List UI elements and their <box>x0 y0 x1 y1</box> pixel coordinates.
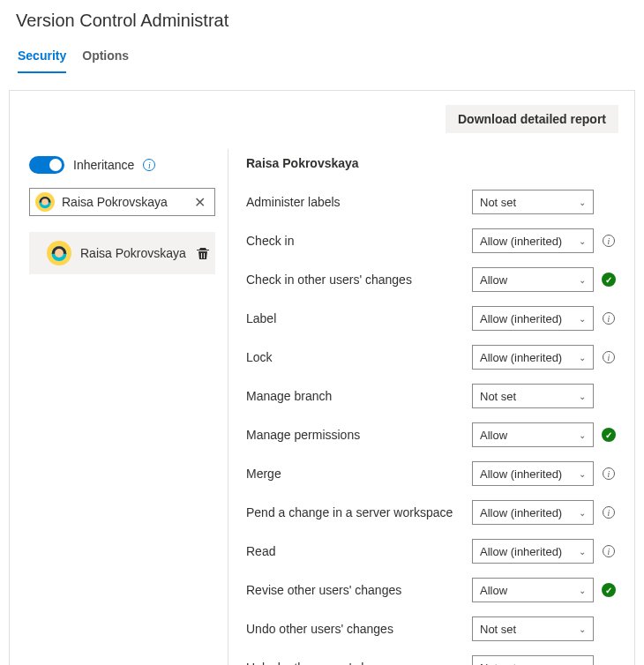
chevron-down-icon: ⌄ <box>579 353 586 362</box>
svg-point-2 <box>41 198 49 205</box>
permission-value: Not set <box>480 196 516 209</box>
permission-value: Allow <box>480 273 507 287</box>
status-slot: i <box>599 545 618 557</box>
permission-select[interactable]: Allow (inherited)⌄ <box>472 500 594 525</box>
status-slot: ✓ <box>599 583 618 597</box>
check-icon: ✓ <box>602 428 616 442</box>
identity-sidebar: Inheritance i Raisa Pokrovskaya ✕ <box>10 149 228 665</box>
permission-label: Unlock other users' changes <box>241 661 472 665</box>
chevron-down-icon: ⌄ <box>579 430 586 440</box>
permission-select[interactable]: Allow (inherited)⌄ <box>472 228 594 253</box>
permission-label: Read <box>241 544 472 558</box>
permission-label: Administer labels <box>241 195 472 209</box>
permission-value: Allow (inherited) <box>480 506 562 519</box>
chevron-down-icon: ⌄ <box>579 624 586 634</box>
chevron-down-icon: ⌄ <box>579 314 586 324</box>
inheritance-label: Inheritance <box>73 158 134 172</box>
chevron-down-icon: ⌄ <box>579 236 586 246</box>
identity-list-item[interactable]: Raisa Pokrovskaya <box>29 232 215 274</box>
permission-select[interactable]: Allow⌄ <box>472 578 594 602</box>
permission-value: Allow <box>480 429 507 442</box>
chevron-down-icon: ⌄ <box>579 508 586 518</box>
identity-search-input[interactable]: Raisa Pokrovskaya ✕ <box>29 188 215 216</box>
permission-label: Label <box>241 311 472 325</box>
info-icon[interactable]: i <box>603 506 615 519</box>
info-icon[interactable]: i <box>603 235 615 247</box>
permission-label: Merge <box>241 467 472 481</box>
inheritance-toggle[interactable] <box>29 156 64 174</box>
permission-row: Administer labelsNot set⌄ <box>241 188 618 216</box>
permission-row: Pend a change in a server workspaceAllow… <box>241 498 618 527</box>
permission-select[interactable]: Allow (inherited)⌄ <box>472 539 594 564</box>
chevron-down-icon: ⌄ <box>579 469 586 479</box>
avatar-icon <box>47 241 71 265</box>
permission-value: Allow (inherited) <box>480 312 562 325</box>
permission-value: Allow (inherited) <box>480 351 562 364</box>
permission-row: Check in other users' changesAllow⌄✓ <box>241 265 618 294</box>
trash-icon[interactable] <box>196 246 210 260</box>
permission-row: MergeAllow (inherited)⌄i <box>241 460 618 488</box>
status-slot: i <box>599 312 618 325</box>
tab-bar: Security Options <box>16 43 628 74</box>
identity-name: Raisa Pokrovskaya <box>80 246 187 260</box>
check-icon: ✓ <box>602 273 616 287</box>
permission-label: Manage branch <box>241 389 472 403</box>
status-slot: ✓ <box>599 428 618 442</box>
status-slot: i <box>599 235 618 247</box>
permission-row: Manage permissionsAllow⌄✓ <box>241 421 618 449</box>
toggle-knob <box>49 159 62 171</box>
permission-select[interactable]: Not set⌄ <box>472 655 594 665</box>
permission-value: Allow (inherited) <box>480 235 562 248</box>
download-report-button[interactable]: Download detailed report <box>446 105 618 133</box>
permission-row: Unlock other users' changesNot set⌄ <box>241 654 618 665</box>
permission-select[interactable]: Not set⌄ <box>472 384 594 408</box>
permission-select[interactable]: Not set⌄ <box>472 190 594 214</box>
svg-point-5 <box>55 249 64 258</box>
info-icon[interactable]: i <box>143 159 155 171</box>
permission-row: Revise other users' changesAllow⌄✓ <box>241 576 618 604</box>
permission-select[interactable]: Allow (inherited)⌄ <box>472 461 594 486</box>
permission-select[interactable]: Not set⌄ <box>472 616 594 641</box>
permission-select[interactable]: Allow (inherited)⌄ <box>472 345 594 370</box>
info-icon[interactable]: i <box>603 312 615 325</box>
permission-value: Allow (inherited) <box>480 467 562 481</box>
security-panel: Download detailed report Inheritance i R… <box>9 90 635 665</box>
permission-label: Undo other users' changes <box>241 622 472 636</box>
status-slot: i <box>599 467 618 480</box>
permission-label: Lock <box>241 350 472 364</box>
search-input-value: Raisa Pokrovskaya <box>62 195 183 209</box>
page-title: Version Control Administrat <box>16 11 628 31</box>
chevron-down-icon: ⌄ <box>579 547 586 557</box>
chevron-down-icon: ⌄ <box>579 198 586 207</box>
permission-row: LabelAllow (inherited)⌄i <box>241 304 618 332</box>
status-slot: ✓ <box>599 273 618 287</box>
permissions-detail: Raisa Pokrovskaya Administer labelsNot s… <box>228 149 634 665</box>
permission-label: Pend a change in a server workspace <box>241 505 472 519</box>
chevron-down-icon: ⌄ <box>579 586 586 595</box>
permission-value: Not set <box>480 661 516 666</box>
permission-row: Manage branchNot set⌄ <box>241 382 618 410</box>
tab-security[interactable]: Security <box>18 43 66 73</box>
permission-row: Check inAllow (inherited)⌄i <box>241 227 618 255</box>
permission-label: Manage permissions <box>241 428 472 442</box>
permission-select[interactable]: Allow (inherited)⌄ <box>472 306 594 331</box>
permission-label: Revise other users' changes <box>241 583 472 597</box>
permission-select[interactable]: Allow⌄ <box>472 422 594 447</box>
status-slot: i <box>599 351 618 363</box>
permission-select[interactable]: Allow⌄ <box>472 267 594 292</box>
permission-value: Not set <box>480 623 516 636</box>
status-slot: i <box>599 506 618 519</box>
check-icon: ✓ <box>602 583 616 597</box>
permission-row: LockAllow (inherited)⌄i <box>241 343 618 371</box>
info-icon[interactable]: i <box>603 467 615 480</box>
permission-label: Check in other users' changes <box>241 273 472 287</box>
permission-row: Undo other users' changesNot set⌄ <box>241 615 618 643</box>
info-icon[interactable]: i <box>603 351 615 363</box>
info-icon[interactable]: i <box>603 545 615 557</box>
permission-value: Allow (inherited) <box>480 545 562 558</box>
tab-options[interactable]: Options <box>82 43 129 73</box>
permission-row: ReadAllow (inherited)⌄i <box>241 537 618 565</box>
chevron-down-icon: ⌄ <box>579 275 586 285</box>
clear-icon[interactable]: ✕ <box>191 194 209 211</box>
chevron-down-icon: ⌄ <box>579 392 586 401</box>
